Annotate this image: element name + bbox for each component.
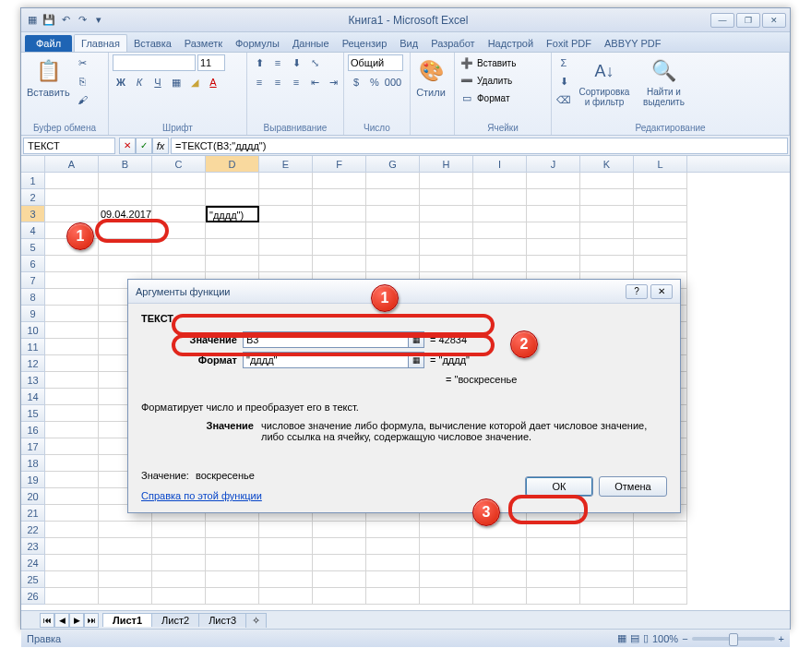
first-sheet-icon[interactable]: ⏮ <box>40 613 54 628</box>
italic-icon[interactable]: К <box>131 74 148 90</box>
close-button[interactable]: ✕ <box>762 13 786 28</box>
name-box[interactable]: ТЕКСТ <box>23 138 115 154</box>
cell[interactable] <box>527 538 580 555</box>
orientation-icon[interactable]: ⤡ <box>306 54 323 71</box>
cell[interactable] <box>152 571 206 588</box>
row-header[interactable]: 14 <box>21 389 45 405</box>
font-color-icon[interactable]: A <box>205 74 221 90</box>
row-header[interactable]: 22 <box>21 522 45 538</box>
cell[interactable] <box>420 222 473 239</box>
new-sheet-icon[interactable]: ✧ <box>245 613 267 628</box>
cell[interactable] <box>45 355 99 372</box>
delete-cells-icon[interactable]: ➖ <box>459 72 475 89</box>
row-header[interactable]: 13 <box>21 372 45 389</box>
cell[interactable] <box>366 173 420 189</box>
cell[interactable] <box>45 555 99 571</box>
cell[interactable] <box>259 206 313 222</box>
cell[interactable] <box>99 555 152 571</box>
cell[interactable] <box>527 189 580 206</box>
clear-icon[interactable]: ⌫ <box>555 91 572 108</box>
cell[interactable] <box>259 222 313 239</box>
styles-button[interactable]: 🎨Стили <box>414 54 447 100</box>
col-header[interactable]: F <box>313 156 366 172</box>
cell[interactable] <box>45 422 99 438</box>
cell[interactable] <box>152 555 206 571</box>
cell[interactable] <box>206 538 259 555</box>
cell[interactable] <box>473 206 527 222</box>
cell[interactable] <box>580 571 634 588</box>
cell[interactable] <box>420 571 473 588</box>
autosum-icon[interactable]: Σ <box>555 54 572 71</box>
border-icon[interactable]: ▦ <box>168 74 185 90</box>
cell[interactable] <box>313 239 366 256</box>
cell[interactable] <box>473 189 527 206</box>
font-size-input[interactable] <box>197 54 225 71</box>
cell[interactable] <box>259 588 313 605</box>
row-header[interactable]: 21 <box>21 505 45 522</box>
view-break-icon[interactable]: ▯ <box>643 632 649 644</box>
cell[interactable] <box>45 372 99 389</box>
find-select-button[interactable]: 🔍Найти и выделить <box>637 54 691 109</box>
cell[interactable] <box>99 189 152 206</box>
cell[interactable] <box>99 256 152 272</box>
cell[interactable] <box>580 588 634 605</box>
format-painter-icon[interactable]: 🖌 <box>75 91 91 108</box>
cell[interactable] <box>99 588 152 605</box>
cell[interactable] <box>206 222 259 239</box>
cell[interactable] <box>152 173 206 189</box>
cell[interactable] <box>259 555 313 571</box>
save-icon[interactable]: 💾 <box>42 13 56 28</box>
cell[interactable] <box>152 522 206 538</box>
cell[interactable] <box>634 571 687 588</box>
cell[interactable] <box>634 239 687 256</box>
cell[interactable] <box>313 256 366 272</box>
cell[interactable] <box>634 189 687 206</box>
cell[interactable] <box>420 588 473 605</box>
tab-home[interactable]: Главная <box>74 34 127 52</box>
percent-icon[interactable]: % <box>366 74 383 90</box>
paste-button[interactable]: 📋Вставить <box>25 54 72 100</box>
cell[interactable] <box>45 206 99 222</box>
cell[interactable] <box>366 522 420 538</box>
sheet-tab[interactable]: Лист2 <box>151 613 199 627</box>
cell[interactable] <box>313 189 366 206</box>
cell[interactable] <box>45 488 99 505</box>
last-sheet-icon[interactable]: ⏭ <box>84 613 99 628</box>
minimize-button[interactable]: — <box>710 13 734 28</box>
cell[interactable] <box>366 222 420 239</box>
zoom-value[interactable]: 100% <box>652 633 678 644</box>
align-center-icon[interactable]: ≡ <box>269 74 286 90</box>
cell[interactable] <box>634 206 687 222</box>
cell[interactable] <box>45 571 99 588</box>
cell[interactable] <box>366 189 420 206</box>
cell[interactable] <box>420 173 473 189</box>
cell[interactable] <box>420 256 473 272</box>
cell[interactable] <box>45 339 99 355</box>
sheet-tab[interactable]: Лист3 <box>198 613 246 627</box>
cell[interactable] <box>473 538 527 555</box>
formula-input[interactable]: =ТЕКСТ(B3;"дддд") <box>171 138 788 154</box>
delete-cells-label[interactable]: Удалить <box>477 76 512 86</box>
maximize-button[interactable]: ❐ <box>736 13 760 28</box>
cell[interactable] <box>45 538 99 555</box>
undo-icon[interactable]: ↶ <box>58 13 73 28</box>
confirm-formula-icon[interactable]: ✓ <box>136 138 152 154</box>
arg-value-input[interactable] <box>243 331 409 348</box>
cell[interactable] <box>206 588 259 605</box>
range-selector-icon[interactable]: ▦ <box>408 352 424 368</box>
cell[interactable] <box>152 588 206 605</box>
cell[interactable] <box>259 571 313 588</box>
row-header[interactable]: 18 <box>21 455 45 472</box>
view-layout-icon[interactable]: ▤ <box>630 632 639 644</box>
row-header[interactable]: 1 <box>21 173 45 189</box>
cell[interactable] <box>634 522 687 538</box>
cell[interactable] <box>527 571 580 588</box>
tab-layout[interactable]: Разметк <box>178 35 229 52</box>
indent-inc-icon[interactable]: ⇥ <box>325 74 341 90</box>
cell[interactable] <box>313 555 366 571</box>
fill-icon[interactable]: ⬇ <box>555 73 572 90</box>
help-link[interactable]: Справка по этой функции <box>141 490 262 501</box>
cell[interactable] <box>313 571 366 588</box>
cell[interactable] <box>206 256 259 272</box>
cell[interactable] <box>473 256 527 272</box>
